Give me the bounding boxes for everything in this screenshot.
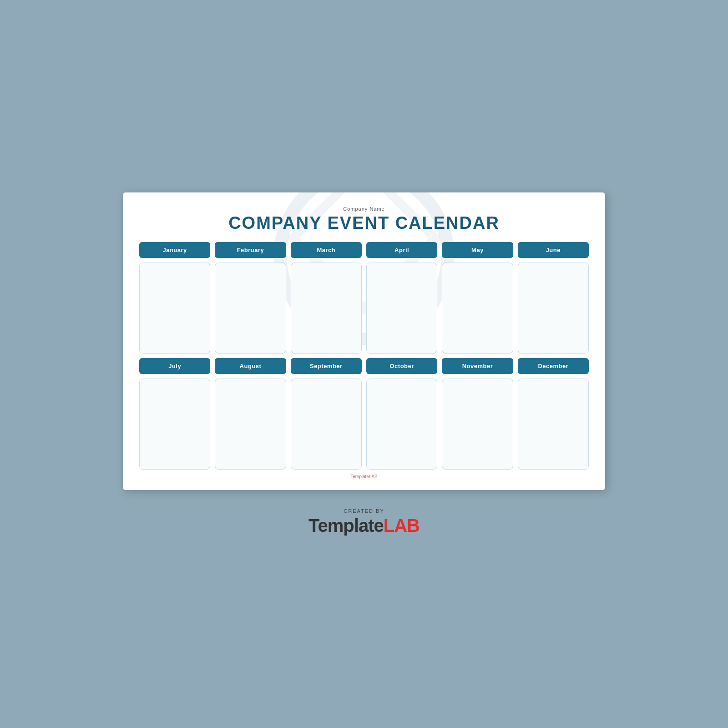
month-content-november[interactable] — [442, 379, 513, 470]
month-content-january[interactable] — [139, 263, 210, 354]
card-header: Company Name COMPANY EVENT CALENDAR — [139, 206, 589, 233]
month-header-december: December — [518, 358, 589, 374]
months-grid: January February March April May June Ju… — [139, 242, 589, 470]
month-header-april: April — [366, 242, 437, 258]
month-content-may[interactable] — [442, 263, 513, 354]
page-wrapper: Company Name COMPANY EVENT CALENDAR Janu… — [0, 0, 728, 728]
month-header-may: May — [442, 242, 513, 258]
month-header-november: November — [442, 358, 513, 374]
month-content-february[interactable] — [215, 263, 286, 354]
bottom-brand: CREATED BY TemplateLAB — [308, 508, 420, 536]
month-header-june: June — [518, 242, 589, 258]
month-header-september: September — [291, 358, 362, 374]
month-header-july: July — [139, 358, 210, 374]
company-name-label: Company Name — [139, 206, 589, 212]
month-header-august: August — [215, 358, 286, 374]
month-content-july[interactable] — [139, 379, 210, 470]
month-header-october: October — [366, 358, 437, 374]
month-content-march[interactable] — [291, 263, 362, 354]
calendar-card: Company Name COMPANY EVENT CALENDAR Janu… — [123, 192, 605, 490]
footer-brand-text: TemplateLAB — [350, 474, 377, 479]
month-content-august[interactable] — [215, 379, 286, 470]
month-content-june[interactable] — [518, 263, 589, 354]
month-content-december[interactable] — [518, 379, 589, 470]
month-content-october[interactable] — [366, 379, 437, 470]
month-header-february: February — [215, 242, 286, 258]
brand-name: TemplateLAB — [308, 516, 420, 536]
month-header-january: January — [139, 242, 210, 258]
footer-brand: TemplateLAB — [139, 474, 589, 479]
brand-lab-text: LAB — [384, 516, 420, 536]
month-header-march: March — [291, 242, 362, 258]
calendar-title: COMPANY EVENT CALENDAR — [139, 213, 589, 233]
created-by-label: CREATED BY — [344, 508, 384, 514]
month-content-april[interactable] — [366, 263, 437, 354]
month-content-september[interactable] — [291, 379, 362, 470]
brand-template-text: Template — [308, 516, 384, 536]
